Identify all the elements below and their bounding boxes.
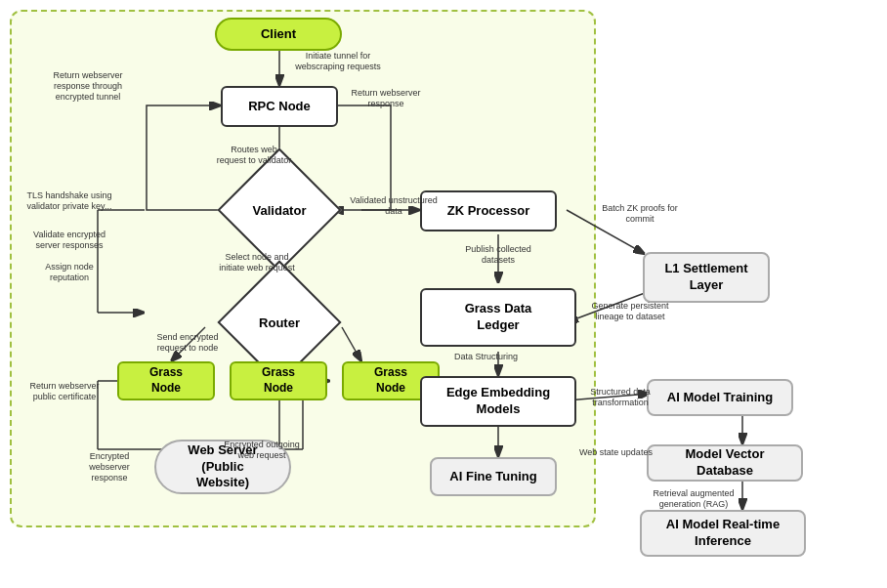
grass-data-ledger-label: Grass Data Ledger xyxy=(465,301,532,334)
grass-data-ledger-node: Grass Data Ledger xyxy=(420,288,576,347)
label-return-webserver: Return webserver response through encryp… xyxy=(49,70,127,102)
edge-embedding-label: Edge Embedding Models xyxy=(446,385,550,418)
label-initiate-tunnel: Initiate tunnel for webscraping requests xyxy=(289,51,387,72)
l1-settlement-label: L1 Settlement Layer xyxy=(664,261,747,294)
label-encrypted-outgoing: Encrypted outgoing web request xyxy=(223,440,301,461)
label-select-node: Select node and initiate web request xyxy=(213,252,301,273)
ai-model-training-node: AI Model Training xyxy=(647,379,793,416)
model-vector-db-node: Model Vector Database xyxy=(647,444,803,482)
router-label: Router xyxy=(259,315,300,330)
grass-node-3-label: Grass Node xyxy=(359,365,422,396)
label-return-response-right: Return webserver response xyxy=(347,88,425,109)
client-node: Client xyxy=(215,18,342,51)
validator-label: Validator xyxy=(253,203,307,218)
grass-node-2: Grass Node xyxy=(230,361,327,400)
label-retrieval-aug: Retrieval augmented generation (RAG) xyxy=(650,488,738,510)
model-vector-db-label: Model Vector Database xyxy=(664,446,785,480)
grass-node-1: Grass Node xyxy=(117,361,215,400)
validator-node: Validator xyxy=(221,166,338,254)
label-validated-unstructured: Validated unstructured data xyxy=(350,195,438,217)
rpc-label: RPC Node xyxy=(248,99,311,115)
label-validate-encrypted: Validate encrypted server responses xyxy=(25,230,113,251)
label-data-structuring: Data Structuring xyxy=(454,352,518,362)
ai-realtime-label: AI Model Real-time Inference xyxy=(666,517,780,550)
client-label: Client xyxy=(261,26,296,43)
l1-settlement-node: L1 Settlement Layer xyxy=(643,252,770,303)
zk-processor-label: ZK Processor xyxy=(447,203,530,220)
label-batch-zk: Batch ZK proofs for commit xyxy=(601,203,679,225)
label-routes-web: Routes web request to validator xyxy=(215,145,293,166)
label-structured-transform1: Structured data transformation xyxy=(576,387,664,408)
grass-node-2-label: Grass Node xyxy=(247,365,310,396)
ai-fine-tuning-label: AI Fine Tuning xyxy=(449,469,536,485)
label-encrypted-response: Encrypted webserver response xyxy=(70,451,148,483)
edge-embedding-node: Edge Embedding Models xyxy=(420,376,576,427)
diagram-container: Client RPC Node Validator Router Grass N… xyxy=(0,0,887,588)
label-publish-datasets: Publish collected datasets xyxy=(459,244,537,266)
router-node: Router xyxy=(221,278,338,366)
label-assign-node: Assign node reputation xyxy=(25,262,113,283)
ai-realtime-node: AI Model Real-time Inference xyxy=(640,510,806,557)
label-return-public-cert: Return webserver public certificate xyxy=(25,381,104,402)
grass-node-1-label: Grass Node xyxy=(135,365,197,396)
label-web-state: Web state updates xyxy=(579,447,653,458)
label-tls-handshake: TLS handshake using validator private ke… xyxy=(25,190,113,212)
label-send-encrypted: Send encrypted request to node xyxy=(148,332,227,354)
label-l1-to-data: Generate persistent lineage to dataset xyxy=(586,301,674,322)
ai-model-training-label: AI Model Training xyxy=(667,390,773,406)
ai-fine-tuning-node: AI Fine Tuning xyxy=(430,457,557,496)
rpc-node: RPC Node xyxy=(221,86,338,127)
zk-processor-node: ZK Processor xyxy=(420,190,557,231)
